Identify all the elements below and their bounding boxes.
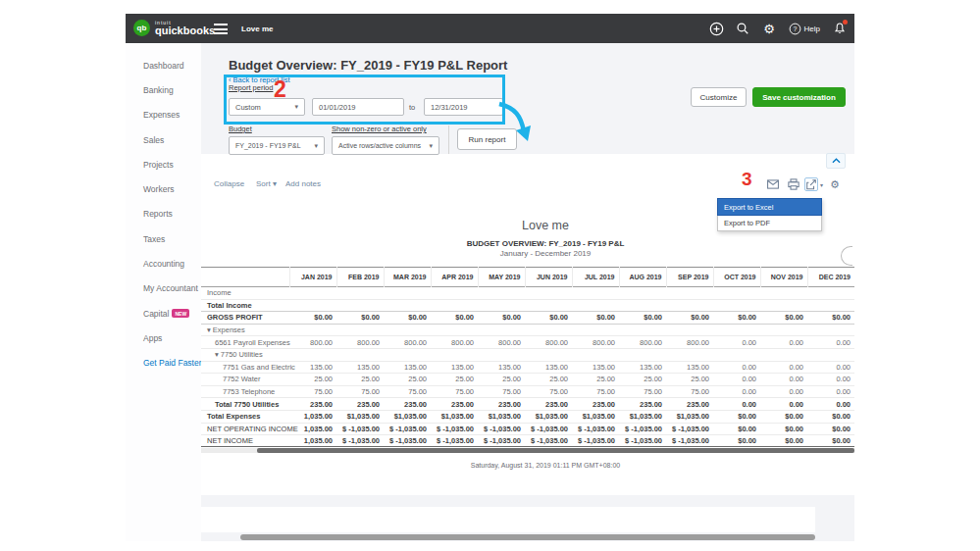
add-notes-link[interactable]: Add notes: [285, 179, 321, 188]
horizontal-scrollbar-thumb[interactable]: [240, 534, 815, 540]
plus-circle-icon[interactable]: [709, 22, 724, 36]
menu-item-export-to-pdf[interactable]: Export to PDF: [718, 215, 821, 230]
cell-value: 75.00: [431, 385, 478, 398]
brand-text: intuit quickbooks: [155, 21, 215, 36]
cell-value: [666, 324, 713, 336]
table-scrollbar-thumb[interactable]: [257, 448, 854, 453]
cell-value: $0.00: [713, 435, 760, 448]
notifications-bell-icon[interactable]: [832, 22, 847, 36]
month-header: JAN 2019: [289, 268, 336, 287]
sidebar-item-sales[interactable]: Sales: [126, 127, 201, 152]
sidebar-item-accounting[interactable]: Accounting: [126, 251, 201, 276]
cell-value: $0.00: [384, 312, 431, 325]
budget-select[interactable]: FY_2019 - FY19 P&L▾: [229, 136, 325, 155]
sidebar-item-label: Reports: [143, 209, 173, 219]
cell-value: [336, 324, 384, 336]
cell-value: [384, 324, 431, 336]
run-report-button[interactable]: Run report: [457, 128, 517, 150]
sidebar-item-taxes[interactable]: Taxes: [126, 226, 201, 251]
collapse-link[interactable]: Collapse: [214, 179, 244, 188]
sidebar-item-capital[interactable]: CapitalNEW: [126, 301, 201, 326]
cell-value: 0.00: [760, 336, 807, 349]
row-label[interactable]: ▾ 7750 Utilities: [201, 348, 289, 361]
cell-value: 75.00: [478, 385, 525, 398]
export-caret-icon[interactable]: ▾: [820, 181, 823, 188]
sort-dropdown[interactable]: Sort ▾: [256, 179, 277, 188]
cell-value: $ -1,035.00: [431, 435, 478, 448]
cell-value: 0.00: [760, 385, 807, 398]
table-row: 6561 Payroll Expenses800.00800.00800.008…: [201, 336, 854, 349]
cell-value: 25.00: [336, 374, 384, 386]
sidebar-item-dashboard[interactable]: Dashboard: [126, 53, 201, 77]
budget-value: FY_2019 - FY19 P&L: [235, 142, 301, 149]
cell-value: $0.00: [478, 312, 525, 325]
sidebar-item-my-accountant[interactable]: My Accountant: [126, 276, 201, 301]
quickbooks-logo[interactable]: qb intuit quickbooks: [133, 20, 215, 36]
cell-value: [807, 348, 854, 361]
bottom-strip: [201, 507, 815, 532]
sidebar-item-reports[interactable]: Reports: [126, 202, 201, 226]
cell-value: 1,035.00: [289, 410, 336, 423]
month-header: FEB 2019: [336, 268, 384, 287]
table-row: ▾ Expenses: [201, 324, 854, 336]
row-label: Income: [201, 287, 289, 300]
cell-value: 25.00: [431, 374, 478, 386]
content-area: Budget Overview: FY_2019 - FY19 P&L Repo…: [201, 43, 854, 541]
cell-value: 75.00: [336, 385, 384, 398]
cell-value: 800.00: [289, 336, 336, 349]
report-period-label: Report period: [229, 83, 273, 92]
cell-value: [525, 299, 572, 312]
cell-value: $ -1,035.00: [619, 423, 666, 435]
sidebar-item-banking[interactable]: Banking: [126, 77, 201, 102]
email-icon[interactable]: [766, 177, 780, 191]
cell-value: [525, 324, 572, 336]
hamburger-menu-icon[interactable]: [214, 24, 228, 37]
collapse-panel-button[interactable]: [826, 153, 846, 169]
customize-button[interactable]: Customize: [691, 87, 747, 107]
cell-value: [525, 348, 572, 361]
menu-item-export-to-excel[interactable]: Export to Excel: [718, 199, 821, 215]
export-icon[interactable]: [804, 177, 818, 191]
report-period-select[interactable]: Custom▾: [229, 98, 305, 116]
cell-value: 0.00: [713, 374, 760, 386]
cell-value: 0.00: [760, 374, 807, 386]
sidebar-item-get-paid-faster[interactable]: Get Paid Faster: [126, 351, 201, 376]
report-settings-gear-icon[interactable]: ⚙: [828, 177, 842, 191]
svg-text:?: ?: [793, 25, 797, 31]
cell-value: [289, 348, 336, 361]
sidebar-item-workers[interactable]: Workers: [126, 176, 201, 201]
print-icon[interactable]: [787, 177, 800, 191]
sidebar-item-label: Sales: [143, 135, 164, 145]
sidebar-item-expenses[interactable]: Expenses: [126, 103, 201, 127]
save-customization-button[interactable]: Save customization: [752, 87, 846, 107]
row-label[interactable]: ▾ Expenses: [201, 324, 289, 336]
table-row: Income: [201, 287, 854, 300]
cell-value: 235.00: [619, 398, 666, 411]
gear-icon[interactable]: ⚙: [762, 22, 777, 36]
cell-value: 0.00: [713, 398, 760, 411]
help-button[interactable]: ? Help: [789, 23, 820, 35]
cell-value: 75.00: [619, 385, 666, 398]
cell-value: [666, 348, 713, 361]
table-header-row: JAN 2019FEB 2019MAR 2019APR 2019MAY 2019…: [201, 268, 854, 287]
date-from-input[interactable]: 01/01/2019: [312, 98, 404, 116]
sidebar-item-projects[interactable]: Projects: [126, 152, 201, 176]
cell-value: [478, 299, 525, 312]
cell-value: [478, 348, 525, 361]
cell-value: 800.00: [572, 336, 619, 349]
sidebar-item-apps[interactable]: Apps: [126, 326, 201, 350]
table-row: Total Income: [201, 299, 854, 312]
cell-value: [713, 287, 760, 300]
label-column-header: [201, 268, 289, 287]
row-label: NET OPERATING INCOME: [201, 423, 289, 435]
search-icon[interactable]: [736, 22, 750, 36]
cell-value: 0.00: [807, 361, 854, 374]
cell-value: $0.00: [760, 435, 807, 448]
sidebar-item-label: Accounting: [143, 259, 184, 269]
qb-logo-icon: qb: [133, 20, 150, 36]
date-to-input[interactable]: 12/31/2019: [424, 98, 503, 116]
table-row: NET INCOME1,035.00$ -1,035.00$ -1,035.00…: [201, 435, 854, 448]
active-rows-select[interactable]: Active rows/active columns▾: [332, 136, 439, 155]
cell-value: [336, 299, 384, 312]
month-header: MAY 2019: [478, 268, 525, 287]
